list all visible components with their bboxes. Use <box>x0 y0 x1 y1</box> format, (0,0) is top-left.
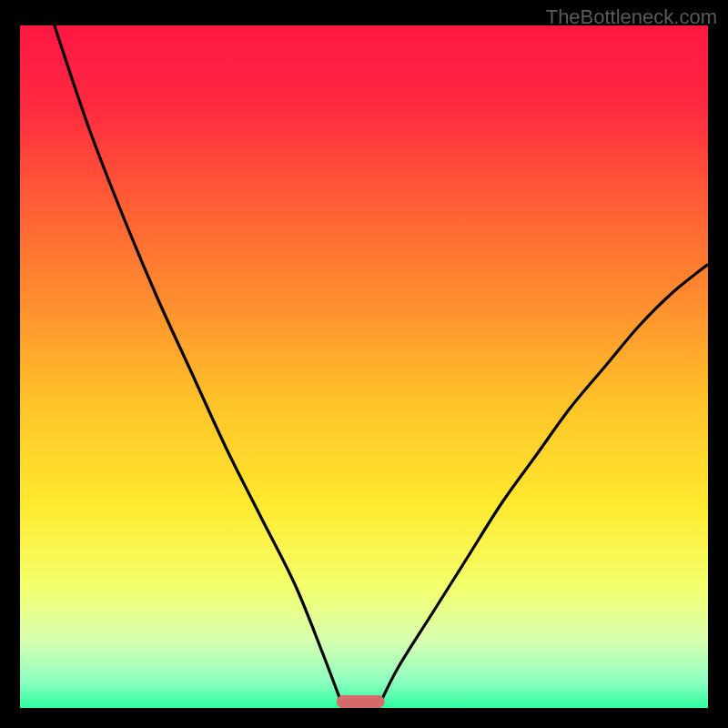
chart-svg <box>20 25 708 708</box>
bottleneck-marker <box>337 695 385 708</box>
chart-plot-area <box>20 25 708 708</box>
attribution-text: TheBottleneck.com <box>546 5 717 29</box>
